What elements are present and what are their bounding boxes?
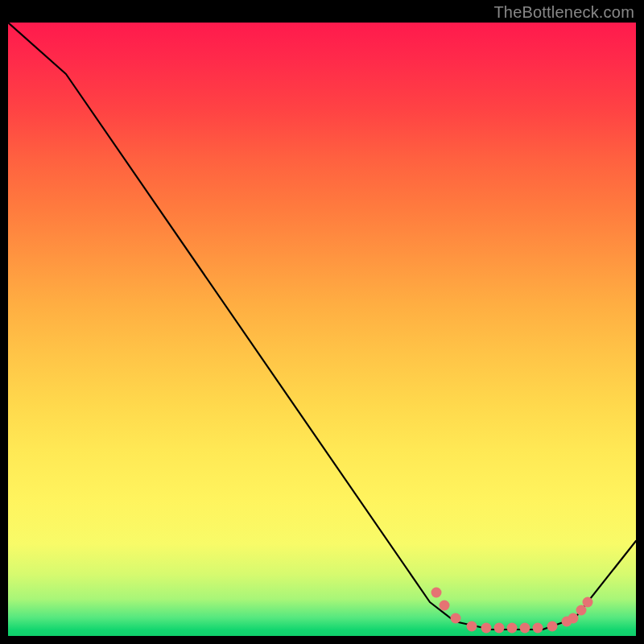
highlight-dot <box>568 613 579 624</box>
watermark-text: TheBottleneck.com <box>493 3 634 22</box>
highlight-dots <box>8 23 636 636</box>
highlight-dot <box>494 623 505 634</box>
highlight-dot <box>547 621 558 632</box>
chart-frame: TheBottleneck.com <box>0 0 644 644</box>
highlight-dot <box>440 601 450 611</box>
highlight-dot <box>520 623 530 634</box>
highlight-dot <box>467 621 477 632</box>
highlight-dot <box>431 588 442 598</box>
chart-plot-area <box>8 23 636 636</box>
highlight-dot <box>481 623 492 634</box>
highlight-dot <box>507 623 518 634</box>
highlight-dot <box>533 623 543 634</box>
highlight-dot <box>451 613 461 624</box>
highlight-dot <box>583 597 593 608</box>
